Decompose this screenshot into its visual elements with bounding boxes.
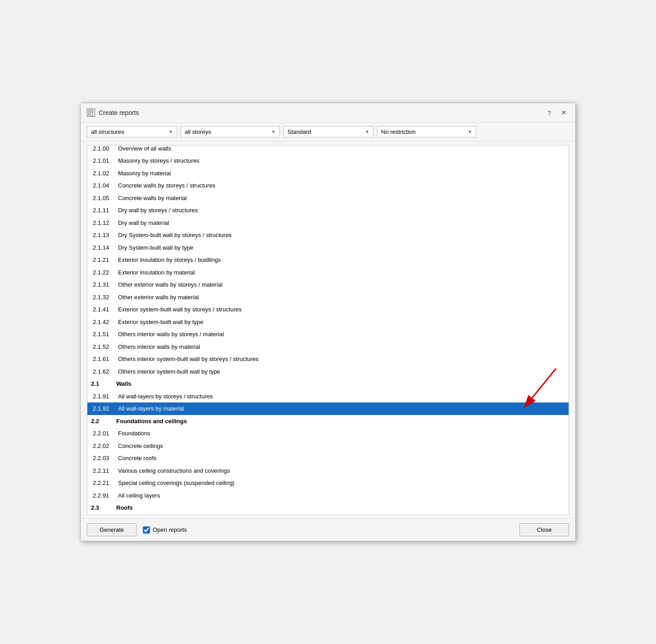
open-reports-label[interactable]: Open reports xyxy=(143,526,187,534)
list-item[interactable]: 2.1.61Others interior system-built wall … xyxy=(87,353,569,365)
generate-button[interactable]: Generate xyxy=(87,523,137,536)
list-item[interactable]: 2.1.01Masonry by storeys / structures xyxy=(87,155,569,167)
item-label: Masonry by storeys / structures xyxy=(118,156,200,165)
item-label: Dry wall by storeys / structures xyxy=(118,206,198,215)
item-number: 2.2.21 xyxy=(93,479,116,488)
title-bar-right: ? ✕ xyxy=(545,108,569,118)
item-label: Concrete roofs xyxy=(118,454,156,463)
list-item[interactable]: 2.1.02Masonry by material xyxy=(87,167,569,180)
item-number: 2.3 xyxy=(91,503,114,512)
item-label: Foundations xyxy=(118,429,150,438)
list-item[interactable]: 2.2.01Foundations xyxy=(87,427,569,440)
item-label: Overview of all walls xyxy=(118,145,171,153)
item-label: Concrete ceilings xyxy=(118,442,163,451)
item-label: Roofs xyxy=(116,503,133,512)
item-label: Masonry by material xyxy=(118,169,171,178)
item-label: Exterior insulation by storeys / buidlin… xyxy=(118,256,221,265)
restriction-select[interactable]: No restriction ▼ xyxy=(377,126,476,137)
item-number: 2.1.51 xyxy=(93,330,116,339)
item-number: 2.1.02 xyxy=(93,169,116,178)
structures-arrow-icon: ▼ xyxy=(169,129,173,134)
item-label: Concrete walls by material xyxy=(118,194,187,203)
dialog-title: Create reports xyxy=(99,109,139,116)
standard-select[interactable]: Standard ▼ xyxy=(283,126,374,137)
list-item[interactable]: 2.2.91All ceiling layers xyxy=(87,489,569,502)
list-item[interactable]: 2.1.21Exterior insulation by storeys / b… xyxy=(87,254,569,266)
list-item[interactable]: 2.1.52Others interior walls by material xyxy=(87,341,569,353)
list-item[interactable]: 2.1.05Concrete walls by material xyxy=(87,192,569,205)
list-item[interactable]: 2.1.13Dry System-built wall by storeys /… xyxy=(87,229,569,242)
item-label: Others interior system-built wall by typ… xyxy=(118,367,220,376)
item-number: 2.1.04 xyxy=(93,181,116,190)
document-icon xyxy=(87,109,95,117)
item-number: 2.1.11 xyxy=(93,206,116,215)
item-number: 2.1.05 xyxy=(93,194,116,203)
list-item[interactable]: 2.1.92All wall-layers by material xyxy=(87,402,569,415)
item-number: 2.1.61 xyxy=(93,355,116,364)
item-number: 2.1.01 xyxy=(93,156,116,165)
reports-list[interactable]: 1.6Facade1.6.01Exterior walls areas2.Con… xyxy=(87,145,569,515)
item-label: All wall-layers by material xyxy=(118,404,184,413)
list-item[interactable]: 2.1.11Dry wall by storeys / structures xyxy=(87,204,569,217)
item-number: 2.1.62 xyxy=(93,367,116,376)
item-number: 2.1.21 xyxy=(93,256,116,265)
dialog: Create reports ? ✕ all structures ▼ all … xyxy=(80,103,576,541)
list-item[interactable]: 2.1.62Others interior system-built wall … xyxy=(87,365,569,378)
title-bar: Create reports ? ✕ xyxy=(81,103,575,123)
list-item[interactable]: 2.3Roofs xyxy=(87,502,569,514)
item-label: All ceiling layers xyxy=(118,491,160,500)
item-label: Concrete walls by storeys / structures xyxy=(118,181,215,190)
item-label: Dry System-built wall by type xyxy=(118,243,193,252)
list-item[interactable]: 2.2.21Special ceiling coverings (suspend… xyxy=(87,477,569,489)
item-number: 2.1.91 xyxy=(93,392,116,401)
item-label: Other exterior walls by storeys / materi… xyxy=(118,280,223,289)
list-item[interactable]: 2.2.11Various ceiling constructions and … xyxy=(87,465,569,477)
list-item[interactable]: 2.1.12Dry wall by material xyxy=(87,217,569,229)
item-number: 2.1.52 xyxy=(93,343,116,352)
item-label: Various ceiling constructions and coveri… xyxy=(118,466,230,475)
list-item[interactable]: 2.1.04Concrete walls by storeys / struct… xyxy=(87,179,569,192)
footer: Generate Open reports Close xyxy=(81,518,575,541)
item-number: 2.1.32 xyxy=(93,293,116,302)
list-item[interactable]: 2.1.91All wall-layers by storeys / struc… xyxy=(87,390,569,403)
structures-select[interactable]: all structures ▼ xyxy=(87,126,177,137)
item-number: 2.1.14 xyxy=(93,243,116,252)
list-item[interactable]: 2.2Foundations and ceilings xyxy=(87,415,569,428)
item-number: 2.1.22 xyxy=(93,268,116,277)
list-item[interactable]: 2.1Walls xyxy=(87,378,569,390)
item-number: 2.2.02 xyxy=(93,442,116,451)
storeys-select[interactable]: all storeys ▼ xyxy=(181,126,280,137)
list-item[interactable]: 2.2.02Concrete ceilings xyxy=(87,440,569,452)
item-number: 2.2.01 xyxy=(93,429,116,438)
list-item[interactable]: 2.1.32Other exterior walls by material xyxy=(87,291,569,304)
item-number: 2.1.31 xyxy=(93,280,116,289)
close-dialog-button[interactable]: Close xyxy=(519,523,569,536)
open-reports-checkbox[interactable] xyxy=(143,526,150,534)
list-item[interactable]: 2.1.14Dry System-built wall by type xyxy=(87,242,569,254)
list-item[interactable]: 2.1.31Other exterior walls by storeys / … xyxy=(87,279,569,291)
list-item[interactable]: 2.1.42Exterior system-built wall by type xyxy=(87,316,569,329)
item-label: Others interior system-built wall by sto… xyxy=(118,355,259,364)
footer-left: Generate Open reports xyxy=(87,523,187,536)
close-button[interactable]: ✕ xyxy=(559,108,569,118)
restriction-arrow-icon: ▼ xyxy=(468,129,472,134)
item-label: Exterior system-built wall by type xyxy=(118,318,203,327)
item-label: Special ceiling coverings (suspended cei… xyxy=(118,479,235,488)
item-label: Foundations and ceilings xyxy=(116,417,187,426)
list-item[interactable]: 2.1.22Exterior insulation by material xyxy=(87,266,569,279)
storeys-arrow-icon: ▼ xyxy=(271,129,276,134)
item-label: Other exterior walls by material xyxy=(118,293,199,302)
item-number: 2.1.92 xyxy=(93,404,116,413)
item-number: 2.2 xyxy=(91,417,114,426)
title-bar-left: Create reports xyxy=(87,109,139,117)
item-number: 2.1 xyxy=(91,379,114,388)
help-button[interactable]: ? xyxy=(545,108,553,118)
list-item[interactable]: 2.2.03Concrete roofs xyxy=(87,452,569,465)
toolbar: all structures ▼ all storeys ▼ Standard … xyxy=(81,123,575,142)
item-label: Exterior insulation by material xyxy=(118,268,195,277)
list-item[interactable]: 2.1.00Overview of all walls xyxy=(87,145,569,155)
item-number: 2.2.11 xyxy=(93,466,116,475)
list-item[interactable]: 2.1.41Exterior system-built wall by stor… xyxy=(87,303,569,316)
item-number: 2.2.91 xyxy=(93,491,116,500)
list-item[interactable]: 2.1.51Others interior walls by storeys /… xyxy=(87,328,569,341)
